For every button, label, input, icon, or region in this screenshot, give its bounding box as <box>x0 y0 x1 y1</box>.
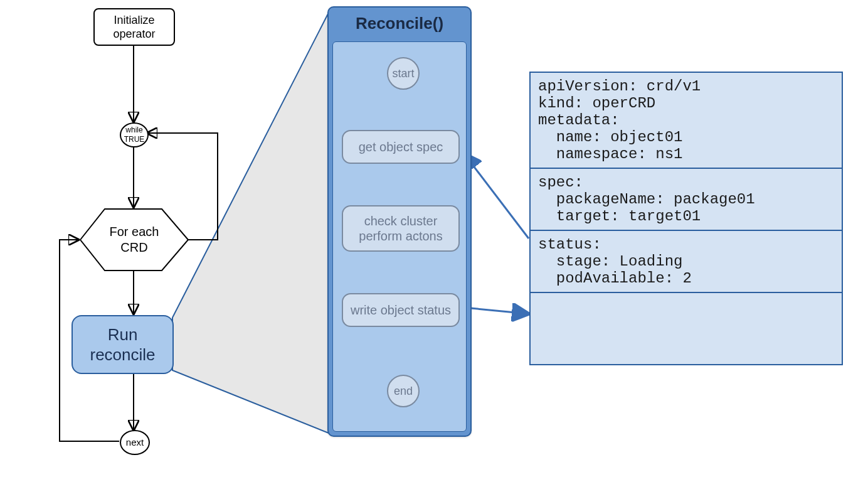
initialize-label: Initialize operator <box>113 13 155 41</box>
start-node: start <box>387 57 420 90</box>
while-true-node: while TRUE <box>120 122 149 147</box>
svg-marker-0 <box>172 13 329 433</box>
for-each-crd-node: For each CRD <box>80 209 188 271</box>
reconcile-title: Reconcile() <box>329 8 470 38</box>
yaml-line: spec: <box>538 174 834 191</box>
yaml-line: target: target01 <box>538 208 834 225</box>
get-spec-label: get object spec <box>359 139 443 154</box>
foreach-label: For each CRD <box>110 224 159 255</box>
yaml-box: apiVersion: crd/v1 kind: operCRD metadat… <box>529 72 843 365</box>
yaml-line: namespace: ns1 <box>538 146 834 163</box>
yaml-status: status: stage: Loading podAvailable: 2 <box>531 230 842 292</box>
start-label: start <box>392 67 414 80</box>
write-object-status-node: write object status <box>342 293 460 327</box>
while-label: while TRUE <box>124 126 145 144</box>
write-status-label: write object status <box>351 303 451 318</box>
end-node: end <box>387 375 420 407</box>
yaml-line: podAvailable: 2 <box>538 270 834 287</box>
yaml-line: name: object01 <box>538 129 834 146</box>
yaml-line: stage: Loading <box>538 253 834 270</box>
run-reconcile-node: Run reconcile <box>71 315 174 374</box>
yaml-line: packageName: package01 <box>538 191 834 208</box>
yaml-spec: spec: packageName: package01 target: tar… <box>531 168 842 230</box>
yaml-line: status: <box>538 236 834 253</box>
yaml-header: apiVersion: crd/v1 kind: operCRD metadat… <box>531 73 842 168</box>
end-label: end <box>394 385 413 398</box>
initialize-operator-node: Initialize operator <box>93 8 175 46</box>
check-cluster-label: check cluster perform actons <box>359 213 442 244</box>
yaml-line: kind: operCRD <box>538 95 834 112</box>
reconcile-panel: Reconcile() start get object spec check … <box>327 6 472 437</box>
yaml-line: metadata: <box>538 112 834 129</box>
svg-line-11 <box>464 308 529 314</box>
yaml-line: apiVersion: crd/v1 <box>538 78 834 95</box>
get-object-spec-node: get object spec <box>342 130 460 164</box>
reconcile-body: start get object spec check cluster perf… <box>332 41 467 432</box>
run-reconcile-label: Run reconcile <box>90 324 155 365</box>
yaml-footer-gap <box>531 292 842 298</box>
next-label: next <box>126 437 144 449</box>
next-node: next <box>120 430 150 455</box>
check-cluster-node: check cluster perform actons <box>342 205 460 252</box>
svg-line-10 <box>464 154 529 238</box>
